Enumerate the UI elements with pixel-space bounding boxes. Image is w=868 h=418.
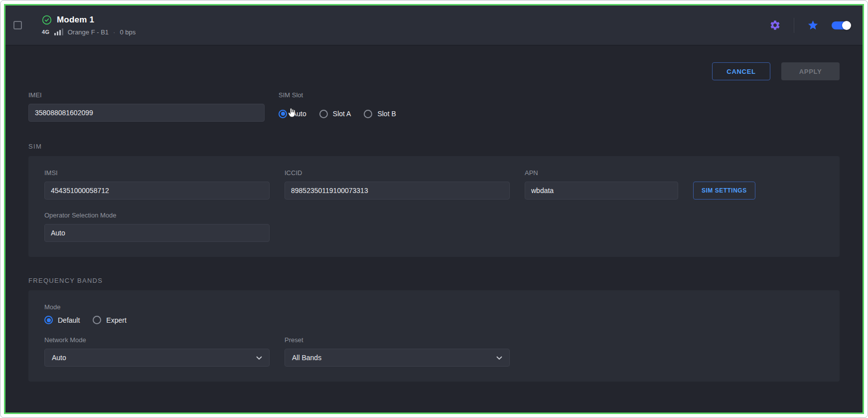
radio-option-label: Auto bbox=[292, 110, 306, 118]
sim-slot-group: SIM Slot Auto Slot A Slot B bbox=[279, 91, 396, 123]
apn-input[interactable] bbox=[525, 182, 678, 200]
sim-slot-label: SIM Slot bbox=[279, 91, 396, 99]
network-mode-field: Network Mode Auto bbox=[44, 336, 270, 367]
form-actions: CANCEL APPLY bbox=[28, 62, 840, 80]
operator-label: Orange F - B1 bbox=[68, 28, 109, 36]
radio-icon bbox=[364, 110, 372, 118]
preset-value: All Bands bbox=[292, 354, 321, 362]
imsi-input[interactable] bbox=[44, 182, 270, 200]
mode-block: Mode Default Expert bbox=[44, 303, 824, 324]
sim-slot-auto-radio[interactable]: Auto bbox=[279, 110, 306, 118]
preset-field: Preset All Bands bbox=[285, 336, 510, 367]
imei-label: IMEI bbox=[28, 91, 265, 99]
sim-slot-b-radio[interactable]: Slot B bbox=[364, 110, 396, 118]
sim-panel: IMSI ICCID APN SIM SETTINGS Ope bbox=[28, 156, 840, 257]
preset-select[interactable]: All Bands bbox=[285, 349, 510, 367]
apn-field: APN bbox=[525, 169, 678, 200]
card-header: Modem 1 4G Orange F - B1 · 0 bps bbox=[5, 5, 863, 45]
toggle-knob bbox=[842, 21, 851, 30]
card-body: CANCEL APPLY IMEI SIM Slot Auto bbox=[5, 45, 863, 413]
modem-title: Modem 1 bbox=[57, 15, 94, 25]
mode-expert-radio[interactable]: Expert bbox=[93, 316, 126, 324]
sim-section-label: SIM bbox=[28, 143, 840, 150]
radio-icon bbox=[44, 316, 53, 324]
connection-subrow: 4G Orange F - B1 · 0 bps bbox=[42, 28, 136, 36]
sim-panel-row-1: IMSI ICCID APN SIM SETTINGS bbox=[44, 169, 824, 200]
radio-option-label: Default bbox=[58, 316, 80, 324]
sim-panel-row-2: Operator Selection Mode bbox=[44, 211, 824, 242]
apn-label: APN bbox=[525, 169, 678, 177]
modem-enabled-toggle[interactable] bbox=[832, 21, 851, 29]
radio-icon bbox=[93, 316, 101, 324]
operator-selection-mode-field: Operator Selection Mode bbox=[44, 211, 270, 242]
title-row: Modem 1 bbox=[42, 15, 136, 25]
header-divider bbox=[794, 18, 794, 33]
iccid-label: ICCID bbox=[285, 169, 510, 177]
settings-gear-button[interactable] bbox=[767, 17, 783, 33]
header-text: Modem 1 4G Orange F - B1 · 0 bps bbox=[42, 15, 136, 36]
status-ok-icon bbox=[42, 15, 52, 25]
iccid-field: ICCID bbox=[285, 169, 510, 200]
imei-simslot-row: IMEI SIM Slot Auto Slot A bbox=[28, 91, 840, 123]
sim-settings-button[interactable]: SIM SETTINGS bbox=[693, 182, 755, 200]
frequency-bands-panel: Mode Default Expert Network bbox=[28, 290, 840, 382]
imsi-field: IMSI bbox=[44, 169, 270, 200]
imei-field: IMEI bbox=[28, 91, 265, 123]
network-mode-label: Network Mode bbox=[44, 336, 270, 344]
radio-icon bbox=[279, 110, 287, 118]
header-actions bbox=[767, 17, 851, 33]
radio-icon bbox=[319, 110, 328, 118]
chevron-down-icon bbox=[496, 356, 502, 360]
mode-default-radio[interactable]: Default bbox=[44, 316, 80, 324]
throughput-label: 0 bps bbox=[120, 28, 136, 36]
signal-strength-icon bbox=[54, 28, 63, 35]
operator-selection-mode-label: Operator Selection Mode bbox=[44, 211, 270, 219]
favorite-star-button[interactable] bbox=[805, 17, 821, 33]
sim-slot-radios: Auto Slot A Slot B bbox=[279, 105, 396, 123]
star-icon bbox=[807, 19, 819, 31]
mode-label: Mode bbox=[44, 303, 824, 311]
cancel-button[interactable]: CANCEL bbox=[712, 62, 770, 80]
freq-selects-row: Network Mode Auto Preset All Bands bbox=[44, 336, 824, 367]
iccid-input[interactable] bbox=[285, 182, 510, 200]
select-checkbox[interactable] bbox=[13, 21, 22, 29]
radio-option-label: Expert bbox=[106, 316, 126, 324]
chevron-down-icon bbox=[256, 356, 262, 360]
apply-button[interactable]: APPLY bbox=[781, 62, 840, 80]
page: Modem 1 4G Orange F - B1 · 0 bps bbox=[0, 0, 868, 418]
imei-input[interactable] bbox=[28, 104, 265, 122]
modem-card: Modem 1 4G Orange F - B1 · 0 bps bbox=[4, 4, 864, 414]
network-mode-select[interactable]: Auto bbox=[44, 349, 270, 367]
frequency-bands-section-label: FREQUENCY BANDS bbox=[28, 277, 840, 284]
network-type-label: 4G bbox=[42, 29, 50, 35]
dot-separator: · bbox=[113, 28, 115, 36]
gear-icon bbox=[769, 19, 781, 31]
network-mode-value: Auto bbox=[52, 354, 66, 362]
radio-option-label: Slot A bbox=[333, 110, 351, 118]
sim-slot-a-radio[interactable]: Slot A bbox=[319, 110, 351, 118]
operator-selection-mode-input[interactable] bbox=[44, 224, 270, 242]
mode-radios: Default Expert bbox=[44, 316, 824, 324]
radio-option-label: Slot B bbox=[377, 110, 396, 118]
imsi-label: IMSI bbox=[44, 169, 270, 177]
preset-label: Preset bbox=[285, 336, 510, 344]
